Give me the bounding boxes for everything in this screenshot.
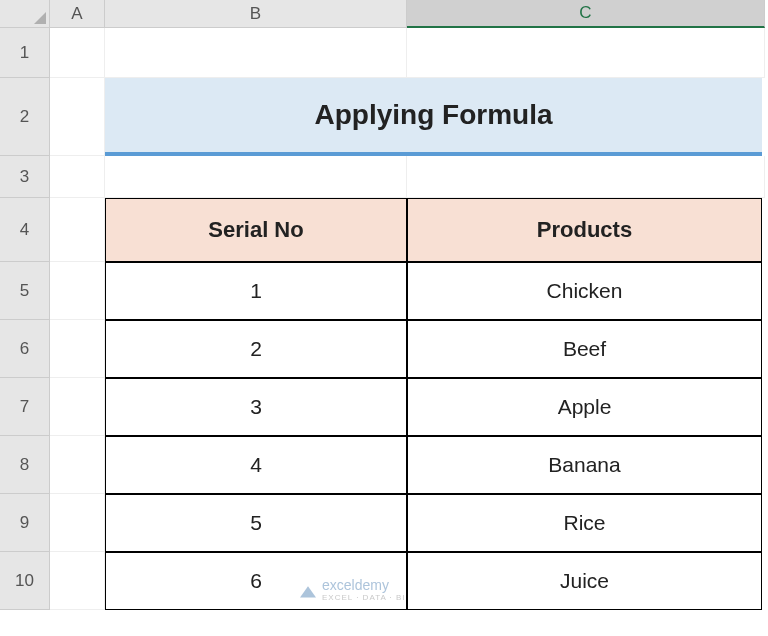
column-header-a[interactable]: A bbox=[50, 0, 105, 28]
cell-a5[interactable] bbox=[50, 262, 105, 320]
row-header-5[interactable]: 5 bbox=[0, 262, 50, 320]
watermark: exceldemy EXCEL · DATA · BI bbox=[300, 577, 406, 602]
title-cell[interactable]: Applying Formula bbox=[105, 78, 762, 156]
cell-a6[interactable] bbox=[50, 320, 105, 378]
cell-serial-5[interactable]: 5 bbox=[105, 494, 407, 552]
row-header-9[interactable]: 9 bbox=[0, 494, 50, 552]
row-header-10[interactable]: 10 bbox=[0, 552, 50, 610]
cell-product-3[interactable]: Apple bbox=[407, 378, 762, 436]
row-header-6[interactable]: 6 bbox=[0, 320, 50, 378]
cell-product-2[interactable]: Beef bbox=[407, 320, 762, 378]
column-header-b[interactable]: B bbox=[105, 0, 407, 28]
watermark-icon bbox=[300, 582, 316, 598]
cell-a10[interactable] bbox=[50, 552, 105, 610]
cell-a1[interactable] bbox=[50, 28, 105, 78]
row-header-2[interactable]: 2 bbox=[0, 78, 50, 156]
header-products[interactable]: Products bbox=[407, 198, 762, 262]
cell-product-6[interactable]: Juice bbox=[407, 552, 762, 610]
watermark-name: exceldemy bbox=[322, 577, 406, 593]
row-header-8[interactable]: 8 bbox=[0, 436, 50, 494]
cell-a9[interactable] bbox=[50, 494, 105, 552]
column-header-c[interactable]: C bbox=[407, 0, 765, 28]
cell-b1[interactable] bbox=[105, 28, 407, 78]
cell-product-4[interactable]: Banana bbox=[407, 436, 762, 494]
cell-a7[interactable] bbox=[50, 378, 105, 436]
cell-serial-1[interactable]: 1 bbox=[105, 262, 407, 320]
watermark-sub: EXCEL · DATA · BI bbox=[322, 593, 406, 602]
cell-a8[interactable] bbox=[50, 436, 105, 494]
cell-serial-3[interactable]: 3 bbox=[105, 378, 407, 436]
select-all-corner[interactable] bbox=[0, 0, 50, 28]
row-header-7[interactable]: 7 bbox=[0, 378, 50, 436]
cell-product-1[interactable]: Chicken bbox=[407, 262, 762, 320]
cell-serial-2[interactable]: 2 bbox=[105, 320, 407, 378]
cell-a2[interactable] bbox=[50, 78, 105, 156]
cell-c3[interactable] bbox=[407, 156, 765, 198]
cell-a3[interactable] bbox=[50, 156, 105, 198]
cell-c1[interactable] bbox=[407, 28, 765, 78]
row-header-4[interactable]: 4 bbox=[0, 198, 50, 262]
header-serial[interactable]: Serial No bbox=[105, 198, 407, 262]
cell-a4[interactable] bbox=[50, 198, 105, 262]
cell-product-5[interactable]: Rice bbox=[407, 494, 762, 552]
spreadsheet-grid: A B C 1 2 Applying Formula 3 4 Serial No… bbox=[0, 0, 768, 610]
row-header-1[interactable]: 1 bbox=[0, 28, 50, 78]
cell-b3[interactable] bbox=[105, 156, 407, 198]
cell-serial-4[interactable]: 4 bbox=[105, 436, 407, 494]
row-header-3[interactable]: 3 bbox=[0, 156, 50, 198]
